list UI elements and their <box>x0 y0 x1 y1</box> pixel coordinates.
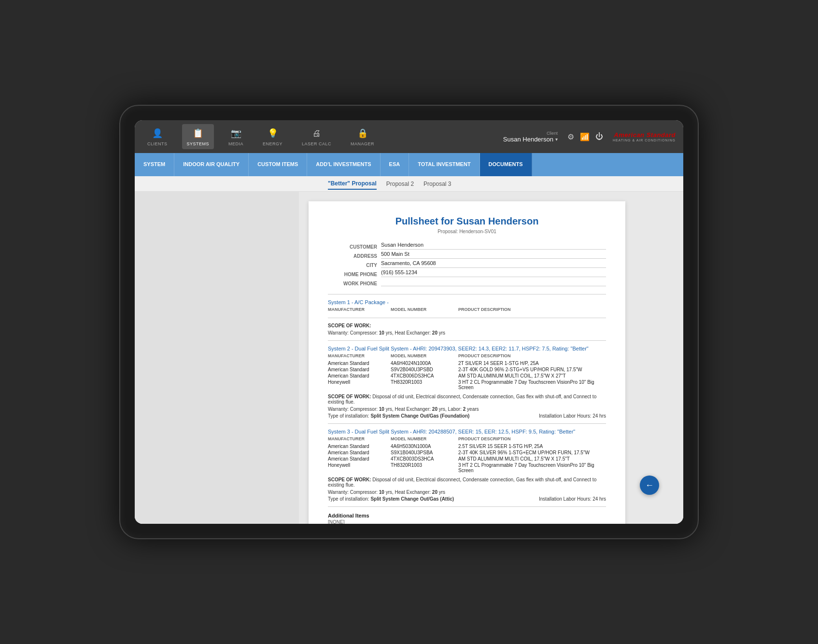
product-row-s2-2: American Standard S9V2B040U3PSBD 2-3T 40… <box>328 367 606 372</box>
col-manufacturer: MANUFACTURER <box>328 307 391 312</box>
p-manufacturer: Honeywell <box>328 379 391 390</box>
media-label: MEDIA <box>228 141 243 146</box>
top-bar: 👤 CLIENTS 📋 SYSTEMS 📷 MEDIA 💡 ENERGY 🖨 <box>135 120 683 153</box>
manager-label: MANAGER <box>351 141 374 146</box>
sidebar-item-media[interactable]: 📷 MEDIA <box>224 124 248 149</box>
p-desc: 3 HT 2 CL Programmable 7 Day Touchscreen… <box>458 379 606 390</box>
product-row-s2-4: Honeywell TH8320R1003 3 HT 2 CL Programm… <box>328 379 606 390</box>
p-desc: 3 HT 2 CL Programmable 7 Day Touchscreen… <box>458 462 606 473</box>
chevron-down-icon[interactable]: ▾ <box>555 137 558 142</box>
tab-custom-items[interactable]: CUSTOM ITEMS <box>249 153 307 176</box>
main-content: Pullsheet for Susan Henderson Proposal: … <box>135 192 683 524</box>
client-info: Client Susan Henderson ▾ <box>503 131 558 143</box>
sidebar-item-manager[interactable]: 🔒 MANAGER <box>346 124 379 149</box>
address-row: ADDRESS 500 Main St <box>328 251 606 259</box>
warranty-bold-2: 20 <box>432 330 437 336</box>
city-row: CITY Sacramento, CA 95608 <box>328 260 606 268</box>
client-name: Susan Henderson ▾ <box>503 136 558 143</box>
nav-tabs: SYSTEM INDOOR AIR QUALITY CUSTOM ITEMS A… <box>135 153 683 176</box>
systems-label: SYSTEMS <box>187 141 210 146</box>
p-desc: AM STD ALUMINUM MULTI COIL, 17.5"W X 27"… <box>458 373 606 378</box>
col-description-3: PRODUCT DESCRIPTION <box>458 436 606 441</box>
system-2-header: System 2 - Dual Fuel Split System - AHRI… <box>328 346 606 351</box>
col-description: PRODUCT DESCRIPTION <box>458 307 606 312</box>
sub-tab-better-proposal[interactable]: "Better" Proposal <box>328 178 377 190</box>
system-2-warranty: Warranty: Compressor: 10 yrs, Heat Excha… <box>328 406 606 412</box>
system-2-installation: Type of installation: Split System Chang… <box>328 413 606 419</box>
top-controls: ⚙ 📶 ⏻ <box>567 132 603 141</box>
system-1: System 1 - A/C Package - MANUFACTURER MO… <box>328 299 606 336</box>
city-label: CITY <box>328 263 381 268</box>
additional-items-value: [NONE] <box>328 519 606 524</box>
brand-logo: American Standard HEATING & AIR CONDITIO… <box>613 131 676 142</box>
scope-label-3: SCOPE OF WORK: <box>328 477 372 482</box>
city-value: Sacramento, CA 95608 <box>381 260 606 268</box>
system-2-table-header: MANUFACTURER MODEL NUMBER PRODUCT DESCRI… <box>328 353 606 359</box>
col-model-3: MODEL NUMBER <box>391 436 458 441</box>
power-icon[interactable]: ⏻ <box>595 132 603 141</box>
system-3-warranty: Warranty: Compressor: 10 yrs, Heat Excha… <box>328 490 606 495</box>
sub-tab-proposal-3[interactable]: Proposal 3 <box>423 179 451 189</box>
scope-label-1: SCOPE OF WORK: <box>328 323 371 328</box>
systems-icon: 📋 <box>192 127 204 140</box>
system-2-scope: SCOPE OF WORK: Disposal of old unit, Ele… <box>328 394 606 405</box>
media-icon: 📷 <box>230 127 242 140</box>
tab-system[interactable]: SYSTEM <box>135 153 174 176</box>
tab-esa[interactable]: ESA <box>381 153 409 176</box>
proposal-id: Proposal: Henderson-SV01 <box>328 229 606 234</box>
sidebar-item-systems[interactable]: 📋 SYSTEMS <box>182 124 214 149</box>
p-model: S9V2B040U3PSBD <box>391 367 458 372</box>
left-sidebar <box>135 192 299 524</box>
address-label: ADDRESS <box>328 253 381 259</box>
brand-tagline: HEATING & AIR CONDITIONING <box>613 139 676 142</box>
p-desc: AM STD ALUMINUM MULTI COIL, 17.5"W X 17.… <box>458 456 606 462</box>
screen: 👤 CLIENTS 📋 SYSTEMS 📷 MEDIA 💡 ENERGY 🖨 <box>135 120 683 524</box>
wifi-icon: 📶 <box>580 132 590 141</box>
client-label: Client <box>503 131 558 136</box>
p-manufacturer: American Standard <box>328 456 391 462</box>
tab-total-investment[interactable]: TOTAL INVESTMENT <box>409 153 480 176</box>
product-row-s3-1: American Standard 4A6H5030N1000A 2.5T SI… <box>328 444 606 449</box>
sidebar-item-laser-calc[interactable]: 🖨 LASER CALC <box>297 124 336 149</box>
p-desc: 2-3T 40K SILVER 96% 1-STG+ECM UP/HOR FUR… <box>458 450 606 455</box>
home-phone-label: HOME PHONE <box>328 272 381 277</box>
home-phone-row: HOME PHONE (916) 555-1234 <box>328 269 606 277</box>
tab-documents[interactable]: DOCUMENTS <box>480 153 532 176</box>
back-button[interactable]: ← <box>640 476 659 495</box>
p-model: 4TXCB003DS3HCA <box>391 456 458 462</box>
installation-type-2: Type of installation: Split System Chang… <box>328 413 469 419</box>
right-sidebar: ← <box>635 192 683 524</box>
p-desc: 2-3T 40K GOLD 96% 2-STG+VS UP/HOR FURN, … <box>458 367 606 372</box>
system-1-warranty: Warranty: Compressor: 10 yrs, Heat Excha… <box>328 330 606 336</box>
labor-hours-2: Installation Labor Hours: 24 hrs <box>539 413 606 419</box>
tab-addl-investments[interactable]: ADD'L INVESTMENTS <box>307 153 380 176</box>
p-manufacturer: American Standard <box>328 373 391 378</box>
system-1-header: System 1 - A/C Package - <box>328 299 606 305</box>
customer-name: Susan Henderson <box>381 242 606 250</box>
work-phone-label: WORK PHONE <box>328 281 381 286</box>
sub-tab-proposal-2[interactable]: Proposal 2 <box>386 179 414 189</box>
work-phone-row: WORK PHONE <box>328 279 606 286</box>
product-row-s3-3: American Standard 4TXCB003DS3HCA AM STD … <box>328 456 606 462</box>
clients-label: CLIENTS <box>147 141 168 146</box>
additional-items-title: Additional Items <box>328 513 606 518</box>
system-1-table-header: MANUFACTURER MODEL NUMBER PRODUCT DESCRI… <box>328 307 606 313</box>
col-manufacturer-3: MANUFACTURER <box>328 436 391 441</box>
brand-name: American Standard <box>614 131 676 139</box>
settings-icon[interactable]: ⚙ <box>567 132 574 141</box>
p-manufacturer: American Standard <box>328 361 391 366</box>
sidebar-item-clients[interactable]: 👤 CLIENTS <box>142 124 172 149</box>
home-phone-value: (916) 555-1234 <box>381 269 606 277</box>
additional-items-section: Additional Items [NONE] <box>328 513 606 524</box>
p-model: 4A6H5030N1000A <box>391 444 458 449</box>
scope-label-2: SCOPE OF WORK: <box>328 394 372 399</box>
sidebar-item-energy[interactable]: 💡 ENERGY <box>258 124 287 149</box>
p-model: TH8320R1003 <box>391 462 458 473</box>
divider-2 <box>328 340 606 341</box>
p-desc: 2.5T SILVER 15 SEER 1-STG H/P, 25A <box>458 444 606 449</box>
tab-indoor-air-quality[interactable]: INDOOR AIR QUALITY <box>174 153 249 176</box>
address-value: 500 Main St <box>381 251 606 259</box>
divider-system1 <box>328 318 606 318</box>
energy-icon: 💡 <box>267 127 279 140</box>
installation-type-3: Type of installation: Split System Chang… <box>328 496 454 502</box>
